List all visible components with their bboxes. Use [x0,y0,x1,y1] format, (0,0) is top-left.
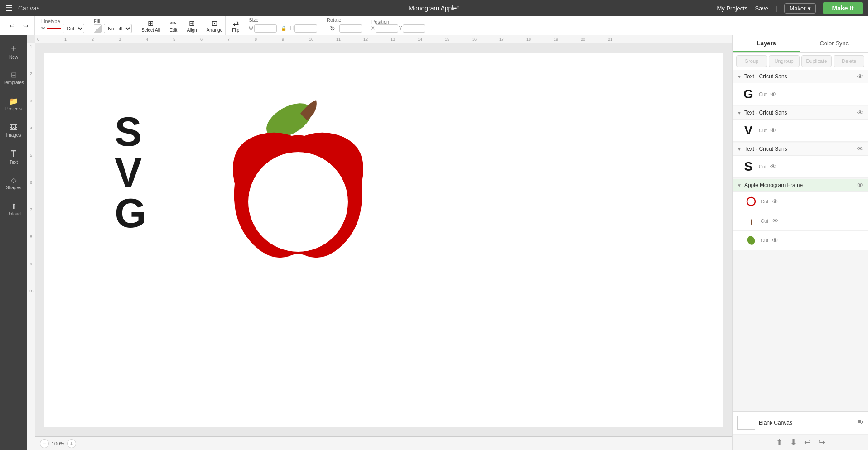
panel-tabs: Layers Color Sync [733,35,868,53]
top-navigation: ☰ Canvas Monogram Apple* My Projects Sav… [0,0,868,16]
visibility-icon-v[interactable]: 👁 [857,109,863,116]
zoom-out-button[interactable]: − [40,439,49,448]
layer-group-header-apple[interactable]: ▼ Apple Monogram Frame 👁 [733,179,868,192]
sidebar-item-new[interactable]: + New [1,39,26,64]
fill-swatch[interactable] [94,24,102,33]
make-it-button[interactable]: Make It [823,2,863,14]
y-input[interactable] [403,24,425,33]
bottom-tool-1[interactable]: ⬆ [776,437,783,447]
visibility-icon-apple[interactable]: 👁 [857,182,863,189]
layer-group-header-text-g[interactable]: ▼ Text - Cricut Sans 👁 [733,70,868,83]
delete-button[interactable]: Delete [834,55,864,67]
rotate-icon[interactable]: ↻ [327,23,338,34]
layer-group-text-v: ▼ Text - Cricut Sans 👁 V Cut 👁 [733,106,868,142]
nav-right-group: My Projects Save | Maker ▾ Make It [717,2,863,14]
tab-layers[interactable]: Layers [733,35,800,52]
my-projects-link[interactable]: My Projects [717,5,747,12]
layer-item-g[interactable]: G Cut 👁 [733,83,868,105]
panel-footer: Blank Canvas 👁 [733,411,868,434]
sidebar-item-upload[interactable]: ⬆ Upload [1,196,26,222]
bottom-tool-4[interactable]: ↪ [818,437,825,447]
duplicate-button[interactable]: Duplicate [801,55,832,67]
layer-letter-v: V [742,123,755,138]
layer-eye-apple-red[interactable]: 👁 [772,198,778,205]
x-input[interactable] [376,24,398,33]
panel-actions: Group Ungroup Duplicate Delete [733,53,868,70]
bottom-tool-3[interactable]: ↩ [804,437,811,447]
select-all-group: ⊞ Select All [139,16,163,35]
tab-color-sync[interactable]: Color Sync [800,35,868,52]
fill-label: Fill No Fill [94,19,132,33]
layer-group-header-text-s[interactable]: ▼ Text - Cricut Sans 👁 [733,143,868,156]
svg-point-1 [248,152,348,252]
images-icon: 🖼 [10,124,17,132]
ruler-horizontal: 0 1 2 3 4 5 6 7 8 9 10 11 12 13 14 15 16… [35,35,732,43]
sidebar-item-templates[interactable]: ⊞ Templates [1,65,26,91]
sidebar-item-images[interactable]: 🖼 Images [1,118,26,143]
lock-aspect-icon[interactable]: 🔒 [278,23,289,34]
left-sidebar: + New ⊞ Templates 📁 Projects 🖼 Images T … [0,35,27,450]
height-input[interactable] [294,24,317,33]
rotate-input[interactable] [339,24,362,33]
projects-icon: 📁 [9,97,18,105]
edit-button[interactable]: ✏ Edit [169,19,177,33]
layer-item-apple-red[interactable]: Cut 👁 [733,192,868,211]
width-input[interactable] [254,24,277,33]
group-name-text-s: Text - Cricut Sans [744,146,854,152]
visibility-icon-s[interactable]: 👁 [857,145,863,153]
align-button[interactable]: ⊞ Align [187,19,197,33]
svg-point-2 [747,197,755,206]
chevron-icon-apple: ▼ [737,183,742,188]
redo-button[interactable]: ↪ [20,20,32,32]
flip-group: ⇄ Flip [229,16,242,35]
layer-eye-apple-stem[interactable]: 👁 [772,217,778,225]
linetype-color-bar [47,28,61,29]
zoom-in-button[interactable]: + [67,439,76,448]
sidebar-item-text[interactable]: T Text [1,144,26,169]
layer-eye-apple-leaf[interactable]: 👁 [772,237,778,244]
panel-bottom-tools: ⬆ ⬇ ↩ ↪ [733,434,868,450]
apple-red-icon [745,196,757,207]
canvas-area[interactable]: 0 1 2 3 4 5 6 7 8 9 10 11 12 13 14 15 16… [27,35,732,450]
footer-eye-icon[interactable]: 👁 [856,419,863,427]
hamburger-menu-icon[interactable]: ☰ [5,3,13,13]
canvas-label: Canvas [18,5,39,12]
canvas-white[interactable]: SVG [35,43,732,436]
sidebar-item-shapes[interactable]: ◇ Shapes [1,170,26,196]
select-all-button[interactable]: ⊞ Select All [141,19,160,33]
linetype-icon: ✂ [41,25,45,31]
chevron-icon-s: ▼ [737,147,742,152]
layer-eye-v[interactable]: 👁 [770,127,776,134]
size-label-group: Size W 🔒 H [249,17,317,34]
group-name-text-g: Text - Cricut Sans [744,73,854,80]
visibility-icon-g[interactable]: 👁 [857,73,863,80]
main-layout: + New ⊞ Templates 📁 Projects 🖼 Images T … [0,35,868,450]
layer-item-s[interactable]: S Cut 👁 [733,156,868,178]
layer-cut-label-s: Cut [759,164,767,169]
svg-text-letters: SVG [115,111,145,234]
layer-cut-label-apple-leaf: Cut [761,238,768,243]
group-button[interactable]: Group [736,55,767,67]
arrange-button[interactable]: ⊡ Arrange [207,19,223,33]
save-button[interactable]: Save [755,5,768,12]
nav-divider: | [776,5,777,12]
layer-item-apple-stem[interactable]: Cut 👁 [733,211,868,231]
layer-group-header-text-v[interactable]: ▼ Text - Cricut Sans 👁 [733,106,868,120]
rotate-group: Rotate ↻ [324,16,365,35]
layer-item-apple-leaf[interactable]: Cut 👁 [733,231,868,250]
canvas-page[interactable]: SVG [44,53,723,427]
linetype-select[interactable]: Cut [63,24,84,33]
fill-select[interactable]: No Fill [104,24,132,33]
ungroup-button[interactable]: Ungroup [769,55,800,67]
layer-item-v[interactable]: V Cut 👁 [733,120,868,142]
linetype-label: Linetype ✂ Cut [41,19,84,33]
undo-button[interactable]: ↩ [6,20,18,32]
sidebar-item-projects[interactable]: 📁 Projects [1,91,26,117]
layer-eye-s[interactable]: 👁 [770,163,776,170]
bottom-tool-2[interactable]: ⬇ [790,437,797,447]
layers-list: ▼ Text - Cricut Sans 👁 G Cut 👁 ▼ Text - … [733,70,868,411]
flip-button[interactable]: ⇄ Flip [232,19,239,33]
apple-monogram-graphic[interactable] [189,75,407,302]
layer-eye-g[interactable]: 👁 [770,91,776,98]
maker-button[interactable]: Maker ▾ [784,3,815,14]
